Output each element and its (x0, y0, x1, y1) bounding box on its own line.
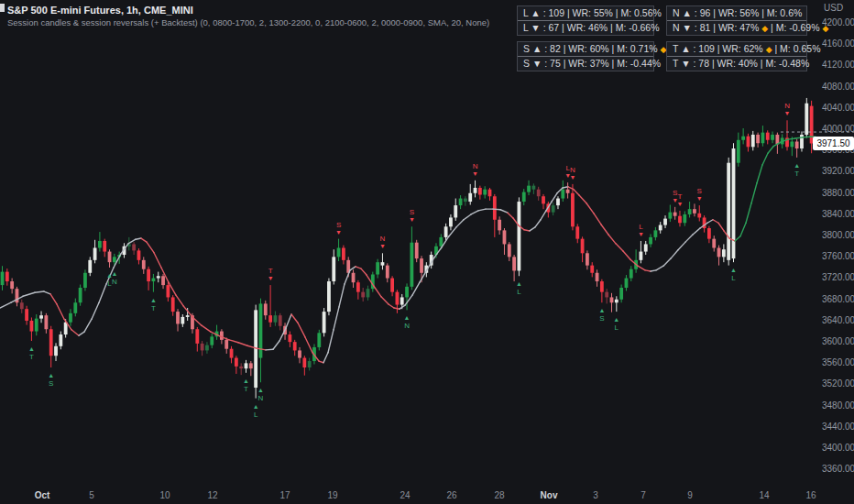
candle (10, 281, 14, 289)
candle (1, 272, 5, 286)
candle (235, 358, 238, 367)
time-tick: 17 (279, 490, 290, 500)
up-triangle-icon: ▲ (48, 372, 54, 378)
candle (571, 193, 575, 227)
marker-letter: L (639, 223, 643, 231)
stats-row: T ▼ : 78 | WR: 40% | M: -0.48% (667, 56, 806, 71)
candle (195, 329, 199, 344)
down-triangle-icon: ▼ (268, 275, 274, 281)
candle (415, 243, 419, 258)
stats-row: N ▲ : 96 | WR: 56% | M: 0.6% (667, 6, 806, 20)
time-tick: 5 (89, 490, 94, 500)
symbol-title[interactable]: S&P 500 E-mini Futures, 1h, CME_MINI (7, 4, 489, 16)
stats-row: N ▼ : 81 | WR: 47% ◆ | M: -0.69% ◆ (667, 20, 806, 35)
candle (288, 334, 291, 342)
candle (157, 276, 160, 278)
candle (308, 361, 312, 367)
candle (59, 334, 62, 346)
candle (566, 190, 570, 193)
marker-letter: T (151, 304, 156, 312)
marker-letter: N (473, 162, 478, 170)
candle (201, 344, 204, 351)
time-tick: 14 (759, 490, 769, 500)
candle (590, 266, 594, 273)
candle (625, 279, 629, 288)
candle (54, 346, 58, 356)
candle (605, 292, 608, 298)
time-tick: 16 (805, 490, 816, 500)
candle (30, 321, 34, 332)
candle (113, 257, 116, 262)
marker-letter: S (599, 314, 604, 323)
candle (171, 297, 175, 312)
candle (668, 213, 672, 219)
candle (147, 269, 150, 281)
candle (44, 315, 48, 329)
time-tick: 9 (687, 490, 693, 500)
candle (298, 350, 301, 357)
candle (152, 279, 156, 281)
candle (352, 273, 356, 282)
candle (673, 213, 677, 216)
candle (537, 190, 541, 197)
time-tick: 26 (446, 490, 456, 500)
candle (20, 302, 24, 309)
candle (454, 205, 457, 217)
up-triangle-icon: ▲ (28, 345, 35, 352)
candle (483, 190, 487, 195)
time-axis[interactable]: Oct510121719242628Nov3791416 (0, 488, 854, 504)
candle (35, 319, 38, 332)
candle (522, 192, 526, 202)
candle (49, 329, 53, 356)
chart-window: ▲T▲S▲L▲N▲T▲T▲L▲N▲N▲L▲S▲L▲L▲TT▼S▼N▼S▼N▼L▼… (0, 0, 854, 504)
indicator-subtitle[interactable]: Session candles & session reversals (+ B… (7, 16, 489, 28)
down-triangle-icon: ▼ (379, 243, 386, 249)
candle (69, 313, 72, 323)
candle (39, 315, 43, 318)
backtest-stats-right: N ▲ : 96 | WR: 56% | M: 0.6%N ▼ : 81 | W… (666, 5, 807, 77)
candle (5, 272, 9, 281)
marker-letter: L (731, 274, 736, 282)
time-tick: 10 (159, 490, 170, 500)
candle (600, 281, 604, 292)
candle (761, 133, 765, 144)
candle (449, 217, 453, 226)
candle (722, 249, 726, 257)
candle (420, 258, 423, 273)
down-triangle-icon: ▼ (569, 174, 575, 181)
candle (732, 148, 736, 258)
candle (678, 216, 682, 224)
candle (659, 225, 662, 231)
candle (464, 199, 467, 202)
up-triangle-icon: ▲ (730, 267, 737, 273)
candle (653, 230, 657, 237)
toolbar-fragment (0, 4, 5, 12)
marker-letter: T (678, 192, 683, 201)
stats-row: L ▲ : 109 | WR: 55% | M: 0.56% (518, 6, 653, 20)
candle (771, 135, 774, 140)
candle (493, 196, 497, 220)
candle (693, 209, 696, 214)
candle (224, 340, 228, 349)
candle (444, 226, 448, 237)
candle (93, 248, 97, 260)
candle (663, 219, 667, 225)
candle (274, 315, 278, 323)
marker-letter: S (410, 208, 414, 216)
candle (239, 367, 243, 368)
candle (376, 262, 379, 274)
up-triangle-icon: ▲ (253, 403, 259, 410)
current-price-label: 3971.50 (813, 137, 854, 150)
marker-letter: N (112, 278, 117, 286)
marker-letter: T (794, 170, 799, 178)
marker-letter: N (404, 322, 410, 330)
candle (688, 209, 692, 214)
candle (508, 244, 511, 257)
marker-letter: S (49, 379, 53, 388)
marker-letter: T (244, 385, 248, 393)
candle (342, 248, 345, 260)
candle (751, 135, 755, 147)
candle (575, 226, 579, 238)
time-tick: Nov (541, 490, 558, 500)
candle (610, 297, 614, 302)
